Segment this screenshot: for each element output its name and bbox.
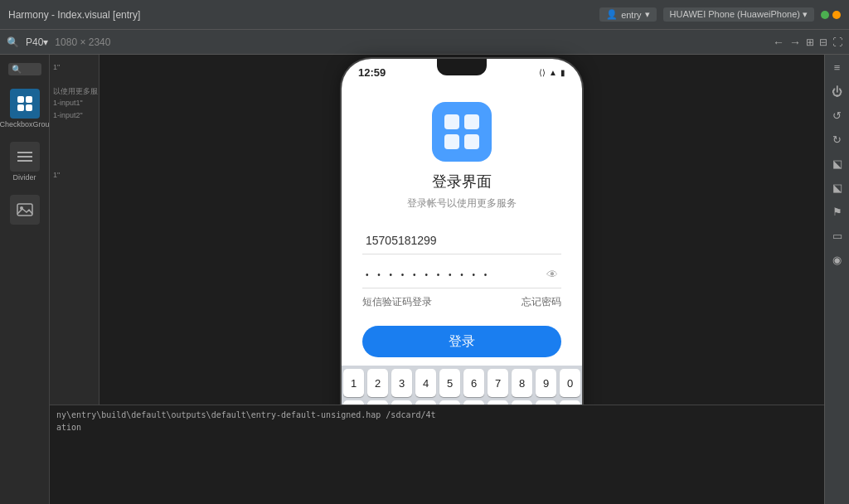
layout-icon[interactable]: ⊞: [806, 36, 814, 48]
key-5[interactable]: 5: [439, 369, 460, 397]
login-button-label: 登录: [449, 333, 475, 351]
keyboard-row-numbers: 1 2 3 4 5 6 7 8 9 0: [343, 369, 580, 397]
app-title-text: 登录界面: [432, 172, 492, 191]
svg-rect-1: [26, 96, 32, 103]
login-button[interactable]: 登录: [362, 326, 561, 357]
divider-label: Divider: [12, 173, 36, 182]
fullscreen-icon[interactable]: ⛶: [832, 36, 842, 48]
key-0[interactable]: 0: [560, 369, 580, 397]
phone-status-bar: 12:59 ⟨⟩ ▲ ▮: [342, 59, 582, 85]
toolbar-nav: ← → ⊞ ⊟ ⛶: [773, 36, 842, 49]
svg-rect-0: [17, 96, 24, 103]
icon-dot-4: [464, 134, 479, 149]
code-line-1: 1": [53, 61, 95, 73]
icon-dot-1: [444, 114, 459, 129]
entry-label: entry: [621, 10, 641, 20]
app-icon: [432, 102, 492, 162]
status-indicators: [821, 11, 841, 19]
code-line-10: 1": [53, 169, 95, 181]
key-8[interactable]: 8: [512, 369, 532, 397]
password-dots: • • • • • • • • • • •: [366, 270, 490, 279]
phone-number-value: 15705181299: [366, 234, 437, 247]
phone-time: 12:59: [358, 66, 386, 79]
code-line-3: 以使用更多服: [53, 85, 95, 97]
checkboxgroup-label: CheckboxGrou: [0, 120, 50, 128]
key-2[interactable]: 2: [367, 369, 388, 397]
form-links: 短信验证码登录 忘记密码: [362, 295, 561, 309]
second-toolbar: 🔍 P40▾ 1080 × 2340 ← → ⊞ ⊟ ⛶: [0, 30, 849, 55]
icon-dot-2: [464, 114, 479, 129]
terminal-line-1: ny\entry\build\default\outputs\default\e…: [56, 409, 817, 421]
sidebar-search-input[interactable]: [8, 63, 41, 75]
entry-button[interactable]: 👤 entry ▾: [599, 7, 656, 22]
split-icon[interactable]: ⊟: [819, 36, 827, 48]
svg-rect-2: [17, 104, 24, 111]
key-1[interactable]: 1: [343, 369, 364, 397]
top-bar-right: 👤 entry ▾ HUAWEI Phone (HuaweiPhone) ▾: [599, 7, 841, 22]
phone-status-icons: ⟨⟩ ▲ ▮: [539, 68, 565, 77]
checkboxgroup-icon: [10, 89, 40, 119]
key-3[interactable]: 3: [391, 369, 412, 397]
sidebar-item-image[interactable]: [10, 195, 40, 225]
app-content: 登录界面 登录帐号以使用更多服务 15705181299 • • • • • •…: [342, 85, 582, 366]
key-4[interactable]: 4: [415, 369, 436, 397]
rt-location-icon[interactable]: ⚑: [832, 206, 842, 218]
code-line-7: [53, 133, 95, 144]
right-toolbar: ≡ ⏻ ↺ ↻ ⬕ ⬕ ⚑ ▭ ◉: [824, 55, 849, 504]
key-7[interactable]: 7: [488, 369, 508, 397]
rt-wifi-icon[interactable]: ◉: [832, 254, 842, 266]
key-6[interactable]: 6: [463, 369, 484, 397]
rt-menu-icon[interactable]: ≡: [834, 61, 841, 74]
nav-forward-icon[interactable]: →: [789, 36, 801, 49]
code-line-2: [53, 73, 95, 85]
rt-screenshot-icon[interactable]: ⬕: [832, 158, 842, 170]
rt-rotate-right-icon[interactable]: ↻: [832, 133, 842, 146]
code-line-8: [53, 145, 95, 157]
status-dot-orange: [832, 11, 841, 19]
terminal-output: ny\entry\build\default\outputs\default\e…: [50, 405, 824, 437]
device-selector[interactable]: P40▾: [26, 36, 48, 48]
rt-rotate-left-icon[interactable]: ↺: [832, 109, 842, 122]
rt-battery-icon[interactable]: ▭: [832, 230, 842, 242]
signal-icon: ⟨⟩: [539, 68, 546, 77]
divider-icon: [10, 142, 40, 172]
resolution-label: 1080 × 2340: [55, 36, 110, 48]
image-component-icon: [10, 195, 40, 225]
code-line-4: 1-input1": [53, 97, 95, 109]
app-title: Harmony - Index.visual [entry]: [8, 9, 140, 21]
app-subtitle-text: 登录帐号以使用更多服务: [407, 196, 517, 211]
nav-back-icon[interactable]: ←: [773, 36, 784, 49]
app-icon-grid: [438, 108, 486, 156]
rt-power-icon[interactable]: ⏻: [832, 85, 842, 98]
battery-icon: ▮: [560, 68, 565, 77]
person-icon: 👤: [606, 9, 618, 20]
device-label: HUAWEI Phone (HuaweiPhone): [670, 9, 800, 19]
sms-login-link[interactable]: 短信验证码登录: [362, 295, 432, 309]
rt-copy-icon[interactable]: ⬕: [832, 182, 842, 194]
phone-notch: [437, 59, 487, 75]
sidebar-item-checkboxgroup[interactable]: CheckboxGrou: [0, 89, 50, 128]
entry-dropdown-icon: ▾: [645, 9, 650, 20]
wifi-icon: ▲: [549, 68, 557, 77]
sidebar-item-divider[interactable]: Divider: [10, 142, 40, 182]
svg-rect-7: [17, 204, 32, 216]
icon-dot-3: [444, 134, 459, 149]
svg-rect-3: [26, 104, 32, 111]
eye-off-icon[interactable]: 👁: [546, 268, 558, 281]
left-sidebar: CheckboxGrou Divider: [0, 55, 50, 504]
code-line-5: 1-input2": [53, 109, 95, 121]
forgot-password-link[interactable]: 忘记密码: [522, 295, 561, 309]
search-icon[interactable]: 🔍: [7, 36, 19, 48]
code-line-6: [53, 121, 95, 133]
key-9[interactable]: 9: [536, 369, 556, 397]
bottom-terminal-panel: ny\entry\build\default\outputs\default\e…: [50, 405, 824, 504]
top-bar: Harmony - Index.visual [entry] 👤 entry ▾…: [0, 0, 849, 30]
status-dot-green: [821, 11, 829, 19]
password-input-field[interactable]: • • • • • • • • • • • 👁: [362, 261, 561, 288]
code-line-9: [53, 157, 95, 168]
device-dropdown-icon: ▾: [803, 9, 808, 19]
terminal-line-2: ation: [56, 421, 817, 434]
device-button[interactable]: HUAWEI Phone (HuaweiPhone) ▾: [663, 7, 814, 22]
phone-input-field[interactable]: 15705181299: [362, 227, 561, 254]
